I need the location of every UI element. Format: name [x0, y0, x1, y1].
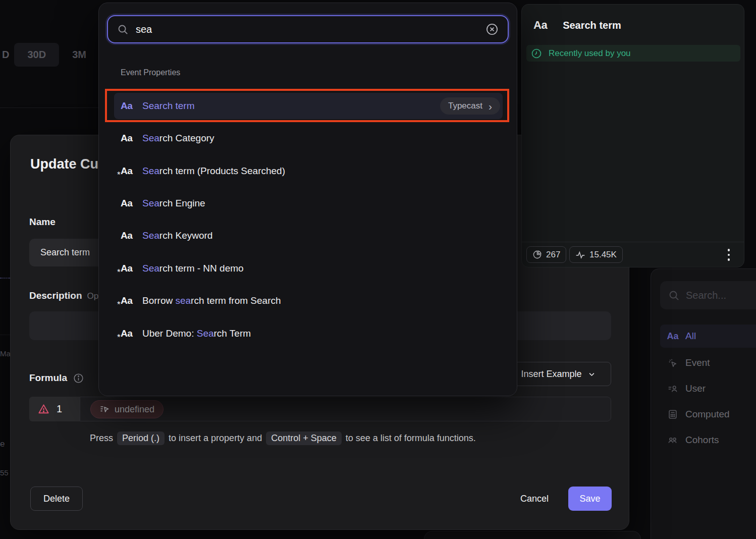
text-property-icon: Aa	[121, 295, 132, 306]
save-button[interactable]: Save	[568, 487, 612, 511]
cancel-button[interactable]: Cancel	[507, 487, 562, 511]
chart-gridline	[0, 107, 98, 108]
formula-help-text: Press Period (.) to insert a property an…	[90, 432, 476, 445]
pie-chart-icon	[532, 250, 542, 259]
custom-property-star-icon: *	[117, 170, 121, 180]
name-label: Name	[29, 217, 56, 228]
text-property-icon: Aa	[666, 331, 679, 342]
property-title: Search term	[563, 20, 621, 31]
result-search-engine[interactable]: Aa Search Engine	[114, 190, 503, 217]
search-icon	[117, 24, 129, 35]
formula-error-gutter: 1	[29, 397, 80, 421]
filter-search-box	[660, 281, 756, 309]
text-property-icon: Aa	[121, 328, 132, 339]
text-property-icon: Aa	[121, 230, 132, 241]
filter-item-all[interactable]: Aa All	[660, 325, 756, 348]
recently-used-badge: Recently used by you	[526, 45, 740, 62]
property-detail-panel: Aa Search term Recently used by you 267 …	[521, 4, 744, 267]
volume-chip[interactable]: 15.45K	[569, 246, 623, 263]
info-icon	[73, 373, 84, 384]
text-property-icon: Aa	[121, 166, 132, 176]
insert-example-button[interactable]: Insert Example	[505, 362, 611, 386]
filter-item-cohorts[interactable]: Cohorts	[660, 428, 756, 452]
formula-editor[interactable]: undefined	[80, 397, 611, 421]
chart-dotted-line	[0, 278, 10, 279]
app-screen: D 30D 3M May e 55 Update Custom Property…	[0, 0, 756, 539]
result-search-term-products-searched[interactable]: Aa* Search term (Products Searched)	[114, 158, 503, 184]
chevron-down-icon	[588, 370, 596, 378]
result-search-category[interactable]: Aa Search Category	[114, 125, 503, 151]
cohorts-people-icon	[666, 435, 679, 446]
chart-gridline	[0, 335, 10, 335]
filter-item-user[interactable]: User	[660, 377, 756, 400]
result-search-term[interactable]: Aa* Search term Typecast›	[114, 93, 503, 119]
tab-30d[interactable]: 30D	[14, 43, 59, 67]
control-space-key-chip: Control + Space	[266, 432, 342, 445]
typecast-button[interactable]: Typecast›	[440, 97, 500, 115]
calculator-icon	[666, 409, 679, 420]
filter-item-computed[interactable]: Computed	[660, 403, 756, 426]
clock-icon	[531, 48, 542, 59]
text-property-icon: Aa	[121, 263, 132, 274]
text-property-icon: Aa	[121, 133, 132, 143]
filter-item-event[interactable]: Event	[660, 351, 756, 374]
result-search-keyword[interactable]: Aa Search Keyword	[114, 223, 503, 249]
result-search-term-nn-demo[interactable]: Aa* Search term - NN demo	[114, 255, 503, 282]
background-panel-edge	[424, 531, 641, 539]
custom-property-star-icon: *	[117, 300, 121, 310]
formula-label: Formula	[29, 372, 84, 384]
filter-search-input[interactable]	[680, 290, 756, 301]
period-key-chip: Period (.)	[117, 432, 165, 445]
text-property-icon: Aa	[121, 198, 132, 208]
search-box	[107, 15, 509, 43]
activity-icon	[575, 250, 585, 260]
more-options-icon[interactable]	[722, 248, 736, 262]
warning-icon	[38, 403, 49, 415]
custom-property-star-icon: *	[117, 333, 121, 343]
delete-button[interactable]: Delete	[30, 487, 83, 511]
axis-fragment: 55	[0, 468, 9, 477]
events-count-chip[interactable]: 267	[526, 246, 566, 263]
text-property-icon: Aa	[533, 19, 547, 32]
user-list-icon	[666, 383, 679, 394]
cursor-click-icon	[666, 357, 679, 368]
search-input[interactable]	[129, 24, 485, 35]
text-property-icon: Aa	[121, 100, 132, 111]
chevron-right-icon: ›	[489, 101, 492, 112]
result-uber-demo-search-term[interactable]: Aa* Uber Demo: Search Term	[114, 320, 503, 347]
clear-search-icon[interactable]	[485, 23, 499, 36]
custom-property-star-icon: *	[117, 267, 121, 278]
event-token-icon	[99, 404, 110, 414]
property-filter-panel: Aa All Event User Computed Cohorts	[651, 268, 756, 539]
panel-divider	[522, 242, 744, 242]
error-line-number: 1	[57, 403, 62, 415]
result-borrow-search-term[interactable]: Aa* Borrow search term from Search	[114, 288, 503, 314]
section-header-event-properties: Event Properties	[121, 68, 180, 77]
axis-fragment: e	[0, 439, 5, 449]
undefined-token[interactable]: undefined	[90, 400, 164, 418]
property-search-dropdown: Event Properties Aa* Search term Typecas…	[98, 3, 517, 396]
tab-3m[interactable]: 3M	[59, 43, 99, 67]
search-icon	[668, 290, 680, 301]
time-range-tabs: D 30D 3M	[0, 43, 99, 67]
tab-7d[interactable]: D	[0, 43, 14, 67]
